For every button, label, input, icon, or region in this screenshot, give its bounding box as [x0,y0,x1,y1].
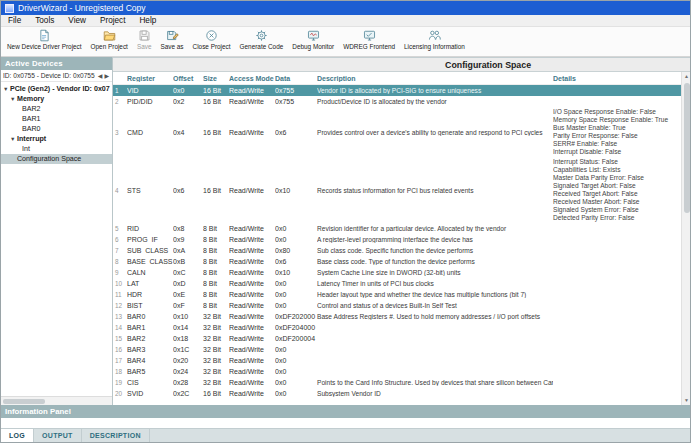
table-row-rid[interactable]: 5RID0x88 BitRead/Write0x0Revision identi… [113,223,681,234]
toolbar: New Device Driver ProjectOpen ProjectSav… [1,27,690,57]
new-device-driver-project-label: New Device Driver Project [7,43,82,50]
scrollbar-thumb[interactable] [684,83,690,213]
collapse-caret-icon[interactable]: ▼ [10,136,17,142]
tree-leaf-bar2[interactable]: BAR2 [1,104,112,114]
scrollbar-thumb[interactable] [3,399,45,404]
table-row-bar3[interactable]: 16BAR30x1C32 BitRead/Write0x0 [113,344,681,355]
cell-rownum: 7 [113,247,127,254]
table-row-sub-class[interactable]: 7SUB_CLASS0xA8 BitRead/Write0x80Sub clas… [113,245,681,256]
menu-file[interactable]: File [1,16,28,25]
tab-log[interactable]: LOG [1,429,34,442]
table-row-caln[interactable]: 9CALN0xC8 BitRead/Write0x10System Cache … [113,267,681,278]
licensing-icon [428,29,441,42]
menu-help[interactable]: Help [132,16,163,25]
tab-description[interactable]: DESCRIPTION [82,429,150,442]
tree-node-configuration-space[interactable]: Configuration Space [1,154,112,164]
cell-acc: Read/Write [229,346,275,353]
column-header-access-mode: Access Mode [229,75,275,82]
save-label: Save [137,43,152,50]
scroll-down-icon[interactable]: ▼ [682,396,690,405]
cell-reg: BAR4 [127,357,173,364]
cell-reg: LAT [127,280,173,287]
menu-tools[interactable]: Tools [28,16,61,25]
cell-dat: 0x0 [275,291,317,298]
window-title: DriverWizard - Unregistered Copy [18,3,146,13]
tree-node-memory[interactable]: ▼Memory [1,94,112,104]
cell-reg: BAR1 [127,324,173,331]
table-row-hdr[interactable]: 11HDR0xE8 BitRead/Write0x0Header layout … [113,289,681,300]
cell-acc: Read/Write [229,280,275,287]
save-button[interactable]: Save [134,28,155,51]
vertical-scrollbar[interactable]: ▲ ▼ [681,72,690,405]
save-as-button[interactable]: Save as [157,28,186,51]
table-row-sts[interactable]: 4STS0x616 BitRead/Write0x10Records statu… [113,157,681,223]
table-row-cmd[interactable]: 3CMD0x416 BitRead/Write0x6Provides contr… [113,107,681,157]
table-row-bar0[interactable]: 13BAR00x1032 BitRead/Write0xDF202000Base… [113,311,681,322]
cell-reg: PID/DID [127,98,173,105]
collapse-caret-icon[interactable]: ▼ [10,96,17,102]
cell-off: 0x0 [173,87,203,94]
debug-monitor-icon [307,29,320,42]
table-row-pid-did[interactable]: 2PID/DID0x216 BitRead/Write0x755Product/… [113,96,681,107]
cell-size: 8 Bit [203,302,229,309]
table-row-vid[interactable]: 1VID0x016 BitRead/Write0x755Vendor ID is… [113,85,681,96]
table-row-bar4[interactable]: 17BAR40x2032 BitRead/Write0x0 [113,355,681,366]
table-row-bar5[interactable]: 18BAR50x2432 BitRead/Write0x0 [113,366,681,377]
cell-details [553,245,681,247]
cell-size: 16 Bit [203,98,229,105]
save-icon [138,29,151,42]
cell-rownum: 1 [113,87,127,94]
cell-rownum: 17 [113,357,127,364]
cell-details: Interrupt Status: FalseCapabilities List… [553,157,681,223]
tree-root-node[interactable]: ▼PCIe (Gen2) - Vendor ID: 0x07 [1,84,112,94]
table-body: 1VID0x016 BitRead/Write0x755Vendor ID is… [113,85,681,399]
column-header-details: Details [553,75,681,82]
prev-device-arrow-icon[interactable]: ◀ [97,72,104,79]
cell-details [553,96,681,98]
table-row-prog-if[interactable]: 6PROG_IF0x98 BitRead/Write0x0A register-… [113,234,681,245]
open-project-button[interactable]: Open Project [88,28,131,51]
cell-reg: CIS [127,379,173,386]
cell-size: 32 Bit [203,357,229,364]
table-row-base-class[interactable]: 8BASE_CLASS0xB8 BitRead/Write0x6Base cla… [113,256,681,267]
cell-off: 0x1C [173,346,203,353]
sidebar-horizontal-scrollbar[interactable] [1,396,112,405]
menu-view[interactable]: View [61,16,93,25]
menu-project[interactable]: Project [93,16,132,25]
cell-off: 0xD [173,280,203,287]
cell-acc: Read/Write [229,357,275,364]
wdreg-frontend-button[interactable]: WDREG Frontend [340,28,398,51]
licensing-information-button[interactable]: Licensing Information [401,28,468,51]
table-row-bar1[interactable]: 14BAR10x1432 BitRead/Write0xDF204000 [113,322,681,333]
cell-rownum: 16 [113,346,127,353]
cell-reg: BASE_CLASS [127,258,173,265]
collapse-caret-icon[interactable]: ▼ [3,86,10,92]
close-project-button[interactable]: Close Project [190,28,234,51]
next-device-arrow-icon[interactable]: ▶ [103,72,110,79]
table-row-bar2[interactable]: 15BAR20x1832 BitRead/Write0xDF200004 [113,333,681,344]
cell-acc: Read/Write [229,368,275,375]
tree-leaf-bar0[interactable]: BAR0 [1,124,112,134]
table-row-bist[interactable]: 12BIST0xF8 BitRead/Write0x0Control and s… [113,300,681,311]
new-device-driver-project-button[interactable]: New Device Driver Project [4,28,85,51]
cell-reg: HDR [127,291,173,298]
tab-output[interactable]: OUTPUT [34,429,82,442]
table-row-cis[interactable]: 19CIS0x2832 BitRead/Write0x0Points to th… [113,377,681,388]
generate-code-button[interactable]: Generate Code [237,28,287,51]
sidebar: Active Devices ID: 0x0755 - Device ID: 0… [1,57,113,405]
cell-size: 8 Bit [203,280,229,287]
table-row-lat[interactable]: 10LAT0xD8 BitRead/Write0x0Latency Timer … [113,278,681,289]
scroll-up-icon[interactable]: ▲ [682,72,690,81]
open-folder-icon [103,29,116,42]
cell-dat: 0x10 [275,269,317,276]
table-row-svid[interactable]: 20SVID0x2C16 BitRead/Write0x0Subsystem V… [113,388,681,399]
cell-rownum: 11 [113,291,127,298]
debug-monitor-button[interactable]: Debug Monitor [289,28,337,51]
save-as-label: Save as [160,43,183,50]
tree-node-interrupt[interactable]: ▼Interrupt [1,134,112,144]
tree-leaf-bar1[interactable]: BAR1 [1,114,112,124]
tree-leaf-int[interactable]: Int [1,144,112,154]
cell-desc: Points to the Card Info Structure. Used … [317,379,553,386]
cell-dat: 0xDF200004 [275,335,317,342]
title-bar[interactable]: DriverWizard - Unregistered Copy [1,1,690,15]
